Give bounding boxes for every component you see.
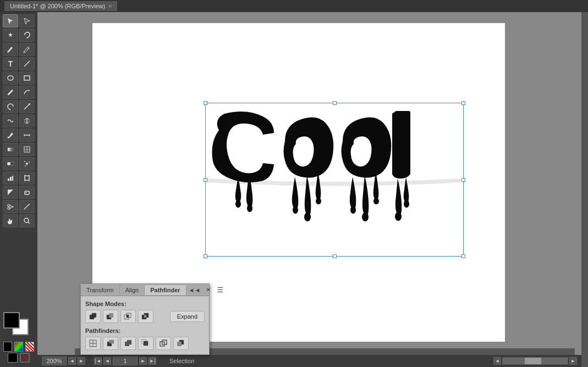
svg-rect-60 — [144, 341, 148, 346]
gradient-tool[interactable] — [3, 143, 18, 156]
select-tool[interactable] — [3, 14, 18, 27]
measure-tool[interactable] — [19, 129, 35, 142]
panel-body: Shape Modes: — [81, 296, 209, 354]
add-anchor-tool[interactable]: + — [19, 43, 35, 56]
svg-point-38 — [362, 213, 369, 221]
svg-point-32 — [235, 200, 241, 208]
panel-close-button[interactable]: ✕ — [202, 285, 214, 294]
first-page-button[interactable]: |◄ — [94, 357, 102, 365]
pattern-swatch[interactable] — [25, 342, 34, 352]
eraser-tool[interactable] — [19, 186, 35, 199]
intersect-button[interactable] — [120, 310, 136, 323]
panel-header: Transform Align Pathfinder ◄◄ ✕ ☰ — [81, 284, 209, 296]
cool-text-artwork — [208, 108, 461, 254]
merge-button[interactable] — [120, 337, 136, 350]
rectangle-tool[interactable] — [19, 71, 35, 85]
mesh-tool[interactable] — [19, 143, 35, 156]
pen-tool[interactable] — [3, 43, 18, 56]
lasso-tool[interactable] — [19, 29, 35, 42]
line-tool[interactable] — [19, 57, 35, 70]
tool-row-gradient — [1, 143, 36, 156]
ellipse-tool[interactable] — [3, 71, 18, 85]
svg-point-42 — [404, 200, 409, 208]
tool-label: Selection — [169, 358, 194, 364]
scale-tool[interactable] — [19, 100, 35, 113]
svg-rect-19 — [8, 179, 9, 181]
svg-point-37 — [350, 206, 356, 214]
scissors-tool[interactable] — [3, 200, 18, 213]
expand-button[interactable]: Expand — [170, 311, 205, 322]
slice-tool[interactable] — [3, 186, 18, 199]
tab-align[interactable]: Align — [120, 285, 145, 295]
rotate-tool[interactable] — [3, 100, 18, 113]
svg-rect-3 — [24, 76, 30, 80]
tab-pathfinder[interactable]: Pathfinder — [145, 285, 186, 295]
hand-tool[interactable] — [3, 214, 18, 227]
minus-front-button[interactable] — [103, 310, 118, 323]
minus-back-button[interactable] — [173, 337, 189, 350]
document-tab[interactable]: Untitled-1* @ 200% (RGB/Preview) × — [4, 1, 117, 11]
pathfinders-label: Pathfinders: — [85, 327, 205, 334]
horizontal-scroll-thumb[interactable] — [525, 358, 541, 364]
stroke-none-swatch[interactable] — [20, 353, 30, 363]
blend-tool[interactable] — [3, 157, 18, 170]
pathfinders-row — [85, 337, 205, 350]
zoom-increase-button[interactable]: ► — [78, 357, 85, 365]
pathfinder-panel: Transform Align Pathfinder ◄◄ ✕ ☰ Shape … — [80, 283, 210, 355]
horizontal-scroll-track[interactable] — [502, 357, 568, 365]
unite-button[interactable] — [85, 310, 101, 323]
scroll-left-button[interactable]: ◄ — [493, 357, 501, 365]
zoom-decrease-button[interactable]: ◄ — [68, 357, 76, 365]
tool-row-slice — [1, 186, 36, 199]
magic-wand-tool[interactable] — [3, 29, 18, 42]
width-tool[interactable] — [19, 114, 35, 127]
zoom-tool[interactable] — [19, 214, 35, 227]
svg-point-30 — [24, 218, 29, 223]
svg-line-31 — [28, 222, 30, 224]
gradient-swatch[interactable] — [14, 342, 23, 352]
close-tab-button[interactable]: × — [108, 3, 112, 9]
page-navigation: |◄ ◄ ► ►| — [94, 357, 156, 365]
panel-menu-button[interactable]: ☰ — [214, 285, 227, 295]
next-page-button[interactable]: ► — [139, 357, 147, 365]
direct-select-tool[interactable] — [19, 14, 35, 27]
last-page-button[interactable]: ►| — [149, 357, 156, 365]
panel-shrink-button[interactable]: ◄◄ — [186, 286, 203, 294]
crop-button[interactable] — [138, 337, 153, 350]
exclude-button[interactable] — [138, 310, 153, 323]
svg-point-2 — [8, 76, 13, 80]
page-input[interactable] — [113, 357, 138, 365]
none-swatch[interactable] — [3, 342, 12, 352]
type-tool[interactable]: T — [3, 57, 18, 70]
zoom-input[interactable]: 200% — [42, 357, 67, 365]
tool-row-select — [1, 14, 36, 27]
svg-point-33 — [247, 204, 252, 212]
trim-button[interactable] — [103, 337, 118, 350]
stroke-color-swatch[interactable] — [8, 353, 18, 363]
smooth-tool[interactable] — [19, 86, 35, 99]
prev-page-button[interactable]: ◄ — [103, 357, 111, 365]
canvas-area[interactable]: 200% ◄ ► |◄ ◄ ► ►| Selection ◄ ► — [37, 12, 581, 367]
warp-tool[interactable] — [3, 114, 18, 127]
foreground-color-swatch[interactable] — [3, 312, 20, 329]
outline-button[interactable] — [156, 337, 171, 350]
svg-point-28 — [8, 204, 10, 207]
column-graph-tool[interactable] — [3, 171, 18, 185]
svg-point-18 — [25, 165, 26, 166]
artboard-tool[interactable] — [19, 171, 35, 185]
tab-transform[interactable]: Transform — [81, 285, 120, 295]
symbol-sprayer-tool[interactable] — [19, 157, 35, 170]
svg-rect-59 — [127, 340, 131, 344]
knife-tool[interactable] — [19, 200, 35, 213]
svg-rect-40 — [395, 111, 410, 121]
status-bar: 200% ◄ ► |◄ ◄ ► ►| Selection ◄ ► — [37, 355, 581, 367]
left-toolbar: + T — [0, 12, 37, 367]
vertical-scrollbar[interactable] — [581, 12, 588, 367]
svg-rect-65 — [177, 342, 182, 346]
divide-button[interactable] — [85, 337, 101, 350]
svg-point-41 — [395, 212, 402, 221]
pencil-tool[interactable] — [3, 86, 18, 99]
svg-rect-57 — [109, 340, 114, 343]
scroll-right-button[interactable]: ► — [569, 357, 577, 365]
eyedropper-tool[interactable] — [3, 129, 18, 142]
